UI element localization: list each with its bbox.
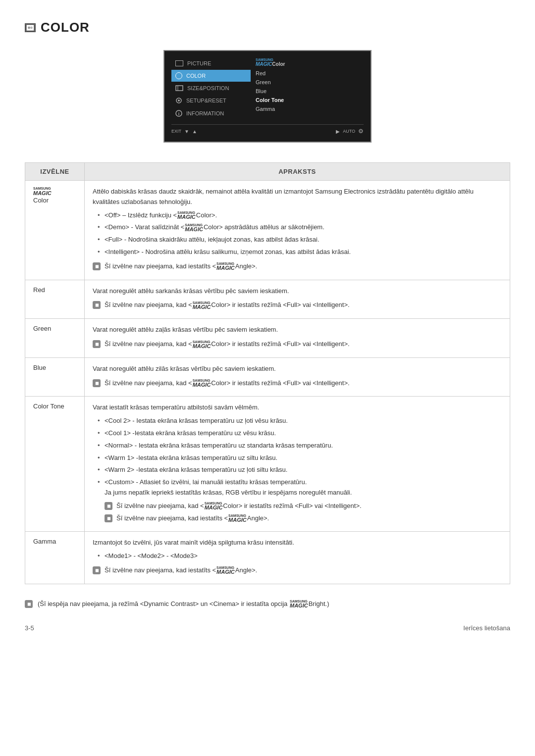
magic-color-intro: Attēlo dabiskās krāsas daudz skaidrāk, n…: [93, 187, 502, 207]
color-tone-note-2-text: Šī izvēlne nav pieejama, kad iestatīts <…: [116, 513, 269, 524]
svg-rect-3: [176, 86, 183, 91]
color-icon: [175, 72, 182, 79]
green-note: ◼ Šī izvēlne nav pieejama, kad <SAMSUNGM…: [93, 339, 502, 350]
table-cell-blue-desc: Varat noregulēt attēlu zilās krāsas vērt…: [85, 357, 510, 397]
table-cell-color-tone-label: Color Tone: [25, 397, 85, 532]
footer-note-icon: ◼: [25, 600, 33, 608]
bullet-warm1: <Warm 1> -Iestata ekrāna krāsas temperat…: [98, 453, 502, 463]
setup-icon: [175, 97, 182, 104]
monitor-menu-size: SIZE&POSITION: [171, 83, 251, 94]
bullet-cool1: <Cool 1> -Iestata ekrāna krāsas temperat…: [98, 428, 502, 439]
monitor-nav-right: ▶ AUTO ⚙: [336, 128, 364, 135]
gamma-bullets: <Mode1> - <Mode2> - <Mode3>: [98, 551, 502, 561]
table-cell-green-label: Green: [25, 319, 85, 358]
page-number: 3-5: [25, 624, 34, 632]
exit-label: EXIT: [171, 129, 181, 134]
gamma-note: ◼ Šī izvēlne nav pieejama, kad iestatīts…: [93, 565, 502, 576]
bullet-normal: <Normal> - Iestata ekrāna krāsas tempera…: [98, 441, 502, 451]
monitor-menu-color: COLOR: [171, 70, 251, 82]
table-cell-red-label: Red: [25, 280, 85, 319]
table-row-magic-color: SAMSUNG MAGIC Color Attēlo dabiskās krās…: [25, 181, 510, 280]
blue-desc: Varat noregulēt attēlu zilās krāsas vērt…: [93, 364, 502, 374]
color-tone-bullets: <Cool 2> - Iestata ekrāna krāsas tempera…: [98, 416, 502, 498]
magic-color-cell-label: SAMSUNG MAGIC Color: [33, 187, 76, 204]
monitor-menu-info-label: INFORMATION: [186, 110, 224, 116]
monitor-menu-right: SAMSUNG MAGICColor Red Green Blue Color …: [251, 58, 364, 119]
svg-point-6: [178, 100, 180, 101]
table-header-menu: IZVĒLNE: [25, 163, 85, 181]
footer-note: ◼ (Šī iespēja nav pieejama, ja režīmā <D…: [25, 599, 510, 609]
footer-note-text: (Šī iespēja nav pieejama, ja režīmā <Dyn…: [38, 599, 329, 609]
monitor-menu-picture-label: PICTURE: [187, 60, 211, 66]
size-icon: [175, 85, 183, 91]
magic-label: MAGIC: [33, 190, 52, 197]
bullet-off: <Off> – Izslēdz funkciju <SAMSUNGMAGICCo…: [98, 210, 502, 221]
monitor-right-red: Red: [256, 69, 364, 78]
table-cell-gamma-label: Gamma: [25, 532, 85, 584]
color-label: Color: [33, 197, 49, 204]
bullet-full: <Full> - Nodrošina skaidrāku attēlu, iek…: [98, 235, 502, 245]
table-row-green: Green Varat noregulēt attēlu zaļās krāsa…: [25, 319, 510, 358]
blue-note-text: Šī izvēlne nav pieejama, kad <SAMSUNGMAG…: [105, 378, 350, 389]
monitor-nav-left: EXIT ▼ ▲: [171, 129, 197, 134]
page-title: COLOR: [41, 20, 90, 35]
bullet-demo: <Demo> - Varat salīdzināt <SAMSUNGMAGICC…: [98, 222, 502, 233]
monitor-menu-setup-label: SETUP&RESET: [186, 98, 226, 103]
color-tone-note-1: ◼ Šī izvēlne nav pieejama, kad <SAMSUNGM…: [105, 501, 502, 511]
bullet-cool2: <Cool 2> - Iestata ekrāna krāsas tempera…: [98, 416, 502, 426]
note-icon-gamma: ◼: [93, 566, 101, 574]
nav-up: ▲: [192, 129, 197, 134]
note-icon-green: ◼: [93, 340, 101, 348]
info-icon: i: [175, 110, 182, 117]
magic-color-label: SAMSUNG MAGICColor: [256, 58, 364, 67]
monitor-menu-left: PICTURE COLOR SIZE&POSITION SETUP&R: [171, 58, 251, 119]
table-header-desc: APRAKSTS: [85, 163, 510, 181]
table-cell-green-desc: Varat noregulēt attēlu zaļās krāsas vērt…: [85, 319, 510, 358]
settings-icon: ⚙: [358, 128, 364, 135]
green-note-text: Šī izvēlne nav pieejama, kad <SAMSUNGMAG…: [105, 339, 350, 350]
color-tone-note-1-text: Šī izvēlne nav pieejama, kad <SAMSUNGMAG…: [116, 501, 362, 511]
monitor-menu-size-label: SIZE&POSITION: [187, 85, 229, 91]
page-footer-right: Ierīces lietošana: [463, 624, 510, 632]
note-icon-blue: ◼: [93, 379, 101, 387]
svg-point-1: [28, 26, 30, 29]
blue-note: ◼ Šī izvēlne nav pieejama, kad <SAMSUNGM…: [93, 378, 502, 389]
table-cell-magic-color-desc: Attēlo dabiskās krāsas daudz skaidrāk, n…: [85, 181, 510, 280]
color-tone-note-2: ◼ Šī izvēlne nav pieejama, kad iestatīts…: [105, 513, 502, 524]
monitor-right-gamma: Gamma: [256, 104, 364, 113]
bullet-custom: <Custom> - Atlasiet šo izvēlni, lai manu…: [98, 477, 502, 498]
gamma-note-text: Šī izvēlne nav pieejama, kad iestatīts <…: [105, 565, 257, 576]
monitor-menu-picture: PICTURE: [171, 58, 251, 69]
table-row-color-tone: Color Tone Varat iestatīt krāsas tempera…: [25, 397, 510, 532]
samsung-label: SAMSUNG: [33, 187, 51, 190]
monitor-menu-color-label: COLOR: [186, 73, 206, 79]
color-section-icon: [25, 23, 36, 32]
gamma-intro: Izmantojot šo izvēlni, jūs varat mainīt …: [93, 538, 502, 548]
note-icon-ct2: ◼: [105, 514, 112, 522]
page-footer: 3-5 Ierīces lietošana: [25, 624, 510, 632]
monitor-bottom-bar: EXIT ▼ ▲ ▶ AUTO ⚙: [171, 124, 364, 135]
color-tone-content: Varat iestatīt krāsas temperatūru atbils…: [93, 403, 502, 523]
picture-icon: [175, 60, 183, 66]
monitor-right-green: Green: [256, 78, 364, 87]
magic-color-bullets: <Off> – Izslēdz funkciju <SAMSUNGMAGICCo…: [98, 210, 502, 257]
note-icon-red: ◼: [93, 301, 101, 309]
table-row-red: Red Varat noregulēt attēlu sarkanās krās…: [25, 280, 510, 319]
monitor-menu-info: i INFORMATION: [171, 107, 251, 119]
monitor-menu: PICTURE COLOR SIZE&POSITION SETUP&R: [171, 58, 364, 119]
table-cell-color-tone-desc: Varat iestatīt krāsas temperatūru atbils…: [85, 397, 510, 532]
note-icon-ct1: ◼: [105, 502, 112, 510]
bullet-intelligent: <Intelligent> - Nodrošina attēlu krāsu s…: [98, 247, 502, 257]
svg-point-2: [30, 26, 33, 29]
content-table: IZVĒLNE APRAKSTS SAMSUNG MAGIC Color Att…: [25, 162, 510, 584]
monitor-screen: PICTURE COLOR SIZE&POSITION SETUP&R: [163, 50, 372, 143]
red-content: Varat noregulēt attēlu sarkanās krāsas v…: [93, 286, 502, 311]
table-row-gamma: Gamma Izmantojot šo izvēlni, jūs varat m…: [25, 532, 510, 584]
table-cell-gamma-desc: Izmantojot šo izvēlni, jūs varat mainīt …: [85, 532, 510, 584]
table-cell-magic-color-label: SAMSUNG MAGIC Color: [25, 181, 85, 280]
blue-content: Varat noregulēt attēlu zilās krāsas vērt…: [93, 364, 502, 389]
red-note: ◼ Šī izvēlne nav pieejama, kad <SAMSUNGM…: [93, 300, 502, 310]
page-title-section: COLOR: [25, 20, 510, 35]
monitor-screenshot: PICTURE COLOR SIZE&POSITION SETUP&R: [25, 50, 510, 143]
magic-color-content: Attēlo dabiskās krāsas daudz skaidrāk, n…: [93, 187, 502, 272]
